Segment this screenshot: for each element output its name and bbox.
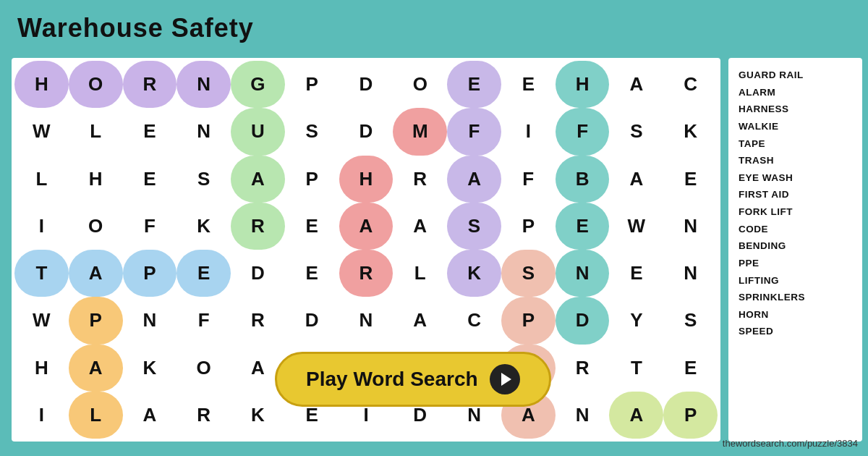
cell-7-11: A [609,392,663,439]
cell-1-3: N [176,108,231,155]
cell-3-1: O [69,203,123,250]
cell-2-8: A [447,156,501,203]
word-bending: BENDING [739,237,852,255]
cell-2-5: P [285,156,339,203]
cell-7-4: K [231,392,285,439]
cell-6-10: R [556,345,610,392]
word-first-aid: FIRST AID [739,186,852,203]
word-code: CODE [739,221,852,238]
cell-2-1: H [69,156,123,203]
cell-6-2: K [123,345,177,392]
cell-4-7: L [393,250,447,297]
cell-3-3: K [176,203,231,250]
cell-2-9: F [501,156,556,203]
cell-0-5: P [285,61,339,108]
cell-5-8: C [447,297,501,344]
word-guard-rail: GUARD RAIL [739,67,852,84]
cell-4-1: A [69,250,123,297]
cell-3-2: F [123,203,177,250]
play-icon [490,364,520,394]
page-title: Warehouse Safety [17,13,254,43]
word-tape: TAPE [739,135,852,153]
cell-0-12: C [663,61,718,108]
cell-3-11: W [609,203,663,250]
cell-4-5: E [285,250,339,297]
cell-5-6: N [339,297,393,344]
cell-1-6: D [339,108,393,155]
cell-2-10: B [556,156,610,203]
cell-2-11: A [609,156,663,203]
cell-7-12: P [663,392,718,439]
cell-4-10: N [556,250,610,297]
cell-0-1: O [69,61,123,108]
cell-3-5: E [285,203,339,250]
cell-6-12: E [663,345,718,392]
word-eye-wash: EYE WASH [739,169,852,187]
cell-4-3: E [176,250,231,297]
word-lifting: LIFTING [739,272,852,290]
play-button-label: Play Word Search [306,368,478,391]
cell-1-8: F [447,108,501,155]
cell-4-6: R [339,250,393,297]
cell-2-3: S [176,156,231,203]
cell-5-7: A [393,297,447,344]
cell-4-11: E [609,250,663,297]
cell-5-3: F [176,297,231,344]
cell-5-1: P [69,297,123,344]
word-sprinklers: SPRINKLERS [739,289,852,306]
cell-6-0: H [14,345,69,392]
cell-0-10: H [556,61,610,108]
cell-0-11: A [609,61,663,108]
cell-7-0: I [14,392,69,439]
cell-3-9: P [501,203,556,250]
cell-1-4: U [231,108,285,155]
cell-0-9: E [501,61,556,108]
cell-6-3: O [176,345,231,392]
word-ppe: PPE [739,255,852,272]
cell-3-7: A [393,203,447,250]
cell-4-2: P [123,250,177,297]
cell-0-6: D [339,61,393,108]
word-list-panel: GUARD RAIL ALARM HARNESS WALKIE TAPE TRA… [728,58,862,442]
cell-5-12: S [663,297,718,344]
cell-4-0: T [14,250,69,297]
cell-1-0: W [14,108,69,155]
cell-1-5: S [285,108,339,155]
cell-0-2: R [123,61,177,108]
cell-6-1: A [69,345,123,392]
word-speed: SPEED [739,323,852,340]
cell-7-2: A [123,392,177,439]
cell-5-2: N [123,297,177,344]
cell-0-8: E [447,61,501,108]
cell-3-8: S [447,203,501,250]
cell-5-4: R [231,297,285,344]
cell-5-10: D [556,297,610,344]
cell-5-9: P [501,297,556,344]
cell-1-7: M [393,108,447,155]
cell-4-4: D [231,250,285,297]
watermark: thewordsearch.com/puzzle/3834 [723,438,858,449]
cell-3-10: E [556,203,610,250]
cell-7-3: R [176,392,231,439]
cell-5-5: D [285,297,339,344]
word-harness: HARNESS [739,101,852,118]
cell-1-2: E [123,108,177,155]
word-walkie: WALKIE [739,118,852,135]
cell-3-6: A [339,203,393,250]
word-trash: TRASH [739,152,852,169]
cell-0-0: H [14,61,69,108]
cell-3-12: N [663,203,718,250]
cell-1-10: F [556,108,610,155]
word-fork-lift: FORK LIFT [739,203,852,221]
cell-2-2: E [123,156,177,203]
cell-3-0: I [14,203,69,250]
word-horn: HORN [739,306,852,324]
cell-7-1: L [69,392,123,439]
play-button[interactable]: Play Word Search [275,352,551,407]
cell-5-0: W [14,297,69,344]
cell-7-10: N [556,392,610,439]
cell-2-12: E [663,156,718,203]
cell-2-6: H [339,156,393,203]
cell-1-12: K [663,108,718,155]
cell-1-1: L [69,108,123,155]
